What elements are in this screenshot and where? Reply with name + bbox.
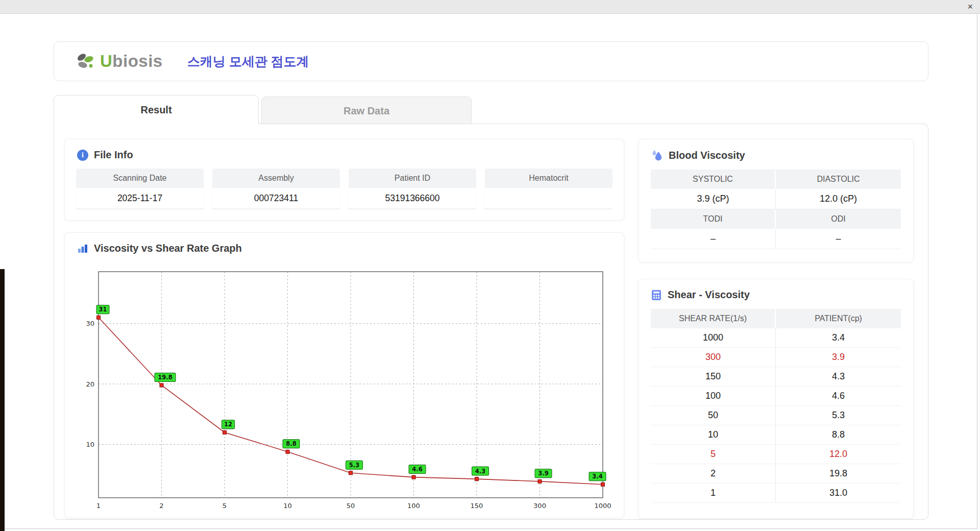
svg-text:20: 20 xyxy=(86,380,94,388)
shear-rate-cell: 2 xyxy=(651,464,776,483)
shear-table: SHEAR RATE(1/s) PATIENT(cp) 10003.43003.… xyxy=(651,309,901,503)
blood-viscosity-grid: SYSTOLICDIASTOLIC3.9 (cP)12.0 (cP)TODIOD… xyxy=(651,170,901,249)
blood-viscosity-title: Blood Viscosity xyxy=(669,150,745,161)
tab-result[interactable]: Result xyxy=(54,95,259,124)
patient-cell: 8.8 xyxy=(776,425,901,444)
logo-text: Ubiosis xyxy=(100,52,163,71)
shear-table-row: 3003.9 xyxy=(651,348,901,367)
shear-table-row: 512.0 xyxy=(651,445,901,464)
tab-raw-data[interactable]: Raw Data xyxy=(261,96,472,124)
svg-text:19.8: 19.8 xyxy=(158,374,172,381)
svg-text:31: 31 xyxy=(99,306,107,313)
patient-cell: 12.0 xyxy=(776,445,901,464)
file-info-title-row: i File Info xyxy=(65,139,624,161)
svg-text:4.3: 4.3 xyxy=(475,468,485,475)
page-title: 스캐닝 모세관 점도계 xyxy=(187,53,309,70)
shear-rate-cell: 1000 xyxy=(651,328,776,347)
file-info-field-value xyxy=(485,188,612,209)
file-info-field: Scanning Date2025-11-17 xyxy=(76,168,204,209)
shear-rate-cell: 300 xyxy=(651,348,776,367)
shear-table-body: 10003.43003.91504.31004.6505.3108.8512.0… xyxy=(651,328,901,503)
patient-cell: 4.6 xyxy=(776,387,901,405)
svg-text:2: 2 xyxy=(159,502,163,510)
file-info-field: Patient ID53191366600 xyxy=(349,168,476,209)
shear-viscosity-card: Shear - Viscosity SHEAR RATE(1/s) PATIEN… xyxy=(638,279,914,519)
file-info-fields: Scanning Date2025-11-17Assembly000723411… xyxy=(76,168,612,209)
close-icon[interactable]: × xyxy=(967,2,973,12)
svg-text:5: 5 xyxy=(223,502,227,510)
file-info-card: i File Info Scanning Date2025-11-17Assem… xyxy=(64,139,624,221)
shear-table-row: 219.8 xyxy=(651,464,901,484)
shear-table-row: 108.8 xyxy=(651,425,901,445)
blood-viscosity-value: – xyxy=(776,229,901,249)
file-info-title: File Info xyxy=(94,149,133,161)
svg-text:12: 12 xyxy=(224,421,232,428)
shear-table-row: 1504.3 xyxy=(651,367,901,387)
file-info-field-label: Scanning Date xyxy=(76,168,204,188)
ubiosis-leaf-icon xyxy=(74,51,97,71)
file-info-field-value: 53191366600 xyxy=(349,188,476,209)
info-icon: i xyxy=(77,150,88,161)
svg-text:100: 100 xyxy=(407,502,420,510)
patient-cell: 31.0 xyxy=(776,484,901,502)
chart-area: 102030125105010015030010003119.8128.85.3… xyxy=(69,264,620,515)
file-info-field: Hematocrit xyxy=(485,168,612,209)
graph-title: Viscosity vs Shear Rate Graph xyxy=(94,243,242,254)
blood-viscosity-header: ODI xyxy=(776,209,901,229)
viscosity-chart: 102030125105010015030010003119.8128.85.3… xyxy=(69,264,620,515)
desktop-background-edge xyxy=(0,269,5,531)
ubiosis-logo: Ubiosis xyxy=(74,51,163,71)
shear-viscosity-title-row: Shear - Viscosity xyxy=(639,279,913,301)
svg-text:300: 300 xyxy=(533,502,546,510)
shear-table-header: SHEAR RATE(1/s) PATIENT(cp) xyxy=(651,309,901,328)
bar-chart-icon xyxy=(77,244,88,254)
shear-rate-cell: 1 xyxy=(651,484,776,502)
shear-table-row: 505.3 xyxy=(651,406,901,425)
blood-viscosity-header: TODI xyxy=(651,209,776,229)
file-info-field: Assembly000723411 xyxy=(212,168,340,209)
shear-table-row: 131.0 xyxy=(651,484,901,503)
patient-cell: 3.4 xyxy=(776,328,901,347)
svg-text:8.8: 8.8 xyxy=(286,440,296,447)
shear-rate-cell: 150 xyxy=(651,367,776,386)
file-info-field-value: 000723411 xyxy=(212,188,340,209)
blood-viscosity-card: Blood Viscosity SYSTOLICDIASTOLIC3.9 (cP… xyxy=(638,139,914,262)
calculator-icon xyxy=(651,289,662,301)
svg-text:4.6: 4.6 xyxy=(412,466,422,473)
blood-viscosity-value: 12.0 (cP) xyxy=(776,189,901,209)
patient-cell: 3.9 xyxy=(776,348,901,367)
shear-rate-cell: 5 xyxy=(651,445,776,464)
blood-viscosity-value: – xyxy=(651,229,776,249)
viscosity-graph-card: Viscosity vs Shear Rate Graph 1020301251… xyxy=(64,232,624,518)
svg-text:10: 10 xyxy=(86,441,94,448)
patient-cell: 4.3 xyxy=(776,367,901,386)
patient-column-header: PATIENT(cp) xyxy=(776,309,901,328)
graph-title-row: Viscosity vs Shear Rate Graph xyxy=(65,233,624,254)
svg-text:10: 10 xyxy=(283,502,292,510)
svg-text:1: 1 xyxy=(96,502,101,510)
droplet-icon xyxy=(651,149,663,161)
svg-text:5.3: 5.3 xyxy=(349,462,359,469)
titlebar: × xyxy=(0,0,980,14)
svg-text:3.9: 3.9 xyxy=(538,470,548,477)
file-info-field-label: Patient ID xyxy=(349,168,476,188)
svg-text:50: 50 xyxy=(347,502,355,510)
svg-text:30: 30 xyxy=(86,320,94,327)
blood-viscosity-title-row: Blood Viscosity xyxy=(639,139,913,161)
app-header: Ubiosis 스캐닝 모세관 점도계 xyxy=(54,41,928,81)
shear-table-row: 10003.4 xyxy=(651,328,901,348)
svg-text:150: 150 xyxy=(471,502,483,510)
shear-rate-column-header: SHEAR RATE(1/s) xyxy=(651,309,776,328)
shear-viscosity-title: Shear - Viscosity xyxy=(668,289,750,301)
blood-viscosity-value: 3.9 (cP) xyxy=(651,189,776,209)
file-info-field-value: 2025-11-17 xyxy=(76,188,204,209)
svg-text:3.4: 3.4 xyxy=(592,473,602,480)
shear-rate-cell: 50 xyxy=(651,406,776,425)
blood-viscosity-header: SYSTOLIC xyxy=(651,170,776,189)
file-info-field-label: Hematocrit xyxy=(485,168,612,188)
svg-text:1000: 1000 xyxy=(594,502,611,510)
shear-rate-cell: 10 xyxy=(651,425,776,444)
blood-viscosity-header: DIASTOLIC xyxy=(776,170,901,189)
patient-cell: 5.3 xyxy=(776,406,901,425)
file-info-field-label: Assembly xyxy=(212,168,340,188)
